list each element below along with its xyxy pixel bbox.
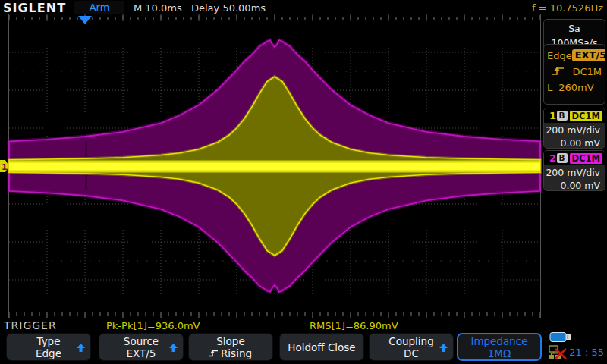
clock: 21 : 55 xyxy=(569,347,604,358)
trigger-coupling: DC1M xyxy=(572,66,602,77)
menu-button-holdoff[interactable]: Holdoff Close xyxy=(279,333,364,361)
ch2-bandwidth-badge: B xyxy=(557,153,568,163)
ch2-scale: 200 mV/div xyxy=(544,166,600,179)
ch2-coupling-badge: DC1M xyxy=(570,153,602,164)
trigger-position-marker[interactable] xyxy=(78,16,92,24)
measurement-pkpk: Pk-Pk[1]=936.0mV xyxy=(106,320,200,331)
trigger-level: 260mV xyxy=(558,82,593,93)
oscilloscope-screen: SIGLENT Arm M 10.0ms Delay 50.00ms f = 1… xyxy=(0,0,607,364)
trigger-level-prefix: L xyxy=(547,82,552,93)
rising-slope-icon xyxy=(209,349,219,357)
menu-button-source[interactable]: Source EXT/5 xyxy=(99,333,184,361)
trigger-type: Edge xyxy=(547,50,572,61)
ch1-core-band-bright xyxy=(9,163,540,171)
trigger-info-box[interactable]: Edge EXT/5 DC1M L 260mV xyxy=(543,44,605,105)
ch1-coupling-badge: DC1M xyxy=(570,111,602,121)
menu-button-impedance[interactable]: Impedance 1MΩ xyxy=(457,333,542,361)
channel2-info-box[interactable]: 2 B DC1M 200 mV/div 0.00 mV xyxy=(543,150,605,191)
menu-button-coupling[interactable]: Coupling DC xyxy=(369,333,454,361)
trigger-frequency-readout: f = 10.7526Hz xyxy=(532,2,603,14)
ch1-offset: 0.00 mV xyxy=(544,136,600,149)
channel1-info-box[interactable]: 1 B DC1M 200 mV/div 0.00 mV xyxy=(543,108,605,149)
measurement-rms: RMS[1]=86.90mV xyxy=(310,320,398,331)
usb-drive-icon xyxy=(549,331,575,344)
waveform-display: 1 xyxy=(0,0,542,335)
menu-button-type[interactable]: Type Edge xyxy=(6,333,91,361)
rising-edge-icon xyxy=(552,66,565,77)
popup-arrow-icon xyxy=(439,344,448,352)
ch1-bandwidth-badge: B xyxy=(557,111,568,121)
svg-text:1: 1 xyxy=(2,162,8,172)
lan-disconnected-icon xyxy=(548,345,571,360)
trigger-source-badge: EXT/5 xyxy=(572,49,605,61)
popup-arrow-icon xyxy=(77,344,85,352)
menu-title: TRIGGER xyxy=(4,319,57,331)
ch2-offset: 0.00 mV xyxy=(544,179,600,191)
menu-button-slope[interactable]: Slope Rising xyxy=(188,333,273,361)
ch2-number: 2 xyxy=(549,152,556,164)
ch1-number: 1 xyxy=(549,110,556,121)
popup-arrow-icon xyxy=(169,344,178,352)
ch1-scale: 200 mV/div xyxy=(544,124,600,136)
